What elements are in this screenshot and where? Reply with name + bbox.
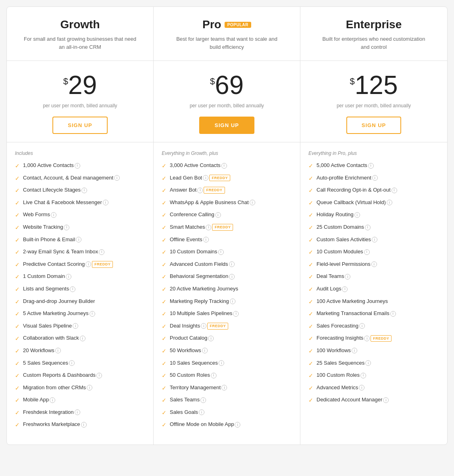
feature-text: 10 Multiple Sales Pipelinesi — [170, 310, 239, 317]
info-icon[interactable]: i — [85, 261, 91, 267]
info-icon[interactable]: i — [200, 397, 206, 403]
feature-text: 5,000 Active Contactsi — [317, 162, 374, 169]
info-icon[interactable]: i — [368, 163, 374, 169]
info-icon[interactable]: i — [233, 311, 239, 317]
info-icon[interactable]: i — [235, 422, 240, 428]
info-icon[interactable]: i — [103, 200, 108, 205]
info-icon[interactable]: i — [364, 249, 370, 255]
info-icon[interactable]: i — [64, 225, 69, 230]
feature-text: 50 Workflowsi — [170, 347, 208, 354]
info-icon[interactable]: i — [208, 336, 214, 341]
info-icon[interactable]: i — [221, 385, 227, 390]
info-icon[interactable]: i — [66, 274, 71, 280]
info-icon[interactable]: i — [81, 188, 87, 193]
info-icon[interactable]: i — [354, 212, 360, 218]
info-icon[interactable]: i — [372, 175, 378, 181]
check-icon: ✓ — [162, 335, 167, 343]
plan-desc-pro: Best for larger teams that want to scale… — [171, 35, 283, 51]
info-icon[interactable]: i — [201, 323, 206, 329]
info-icon[interactable]: i — [359, 385, 364, 390]
check-icon: ✓ — [162, 273, 167, 281]
feature-text: Sales Goalsi — [170, 409, 204, 416]
info-icon[interactable]: i — [360, 373, 366, 378]
feature-item: ✓50 Custom Rolesi — [162, 372, 292, 380]
feature-item: ✓5 Active Marketing Journeysi — [15, 310, 145, 318]
info-icon[interactable]: i — [76, 237, 81, 242]
check-icon: ✓ — [15, 162, 20, 170]
feature-item: ✓Predictive Contact ScoringiFREDDY — [15, 261, 145, 269]
info-icon[interactable]: i — [206, 225, 211, 230]
feature-item: ✓Forecasting InsightsiFREDDY — [308, 334, 439, 343]
info-icon[interactable]: i — [199, 409, 204, 415]
info-icon[interactable]: i — [203, 237, 209, 242]
info-icon[interactable]: i — [75, 409, 80, 415]
info-icon[interactable]: i — [372, 237, 377, 242]
info-icon[interactable]: i — [203, 175, 208, 181]
freddy-badge: FREDDY — [207, 323, 228, 330]
feature-text: WhatsApp & Apple Business Chati — [170, 199, 255, 206]
info-icon[interactable]: i — [114, 175, 120, 181]
features-label-growth: Includes — [15, 150, 145, 156]
info-icon[interactable]: i — [218, 249, 224, 255]
info-icon[interactable]: i — [70, 286, 75, 292]
price-period-pro: per user per month, billed annually — [163, 103, 290, 109]
info-icon[interactable]: i — [250, 200, 255, 205]
feature-text: 100 Active Marketing Journeys — [317, 298, 388, 305]
info-icon[interactable]: i — [387, 200, 392, 205]
info-icon[interactable]: i — [390, 311, 396, 317]
info-icon[interactable]: i — [202, 348, 208, 353]
plan-name-growth: Growth — [60, 18, 100, 31]
signup-button-enterprise[interactable]: SIGN UP — [346, 117, 401, 134]
info-icon[interactable]: i — [99, 249, 104, 255]
info-icon[interactable]: i — [51, 212, 56, 218]
info-icon[interactable]: i — [75, 163, 80, 169]
signup-button-pro[interactable]: SIGN UP — [199, 117, 254, 134]
info-icon[interactable]: i — [365, 225, 371, 230]
check-icon: ✓ — [308, 298, 313, 306]
check-icon: ✓ — [15, 409, 20, 417]
check-icon: ✓ — [15, 187, 20, 195]
freddy-badge: FREDDY — [92, 261, 113, 268]
info-icon[interactable]: i — [219, 360, 224, 366]
feature-item: ✓5 Sales Sequencesi — [15, 359, 145, 368]
info-icon[interactable]: i — [359, 323, 365, 329]
info-icon[interactable]: i — [392, 188, 397, 193]
info-icon[interactable]: i — [229, 261, 235, 267]
info-icon[interactable]: i — [73, 323, 78, 329]
feature-text: Live Chat & Facebook Messengeri — [23, 199, 108, 206]
info-icon[interactable]: i — [383, 397, 389, 403]
check-icon: ✓ — [308, 360, 313, 368]
feature-text: Conference Callingi — [170, 211, 221, 218]
info-icon[interactable]: i — [345, 274, 350, 280]
info-icon[interactable]: i — [215, 212, 221, 218]
info-icon[interactable]: i — [211, 373, 217, 378]
info-icon[interactable]: i — [364, 336, 370, 341]
check-icon: ✓ — [15, 384, 20, 392]
info-icon[interactable]: i — [371, 261, 377, 267]
feature-item: ✓Advanced Metricsi — [308, 384, 439, 392]
info-icon[interactable]: i — [230, 299, 235, 304]
info-icon[interactable]: i — [352, 348, 357, 353]
feature-text: Offline Eventsi — [170, 236, 209, 243]
info-icon[interactable]: i — [69, 360, 75, 366]
feature-text: Drag-and-drop Journey Builder — [23, 298, 95, 305]
info-icon[interactable]: i — [81, 422, 87, 428]
feature-item: ✓Lead Gen BotiFREDDY — [162, 174, 292, 183]
info-icon[interactable]: i — [55, 348, 61, 353]
info-icon[interactable]: i — [221, 163, 227, 169]
info-icon[interactable]: i — [197, 188, 203, 193]
freddy-badge: FREDDY — [204, 187, 225, 194]
info-icon[interactable]: i — [80, 336, 85, 341]
check-icon: ✓ — [308, 187, 313, 195]
info-icon[interactable]: i — [365, 360, 371, 366]
info-icon[interactable]: i — [90, 311, 95, 317]
info-icon[interactable]: i — [96, 373, 102, 378]
info-icon[interactable]: i — [342, 286, 348, 292]
info-icon[interactable]: i — [87, 385, 92, 390]
feature-item: ✓Dedicated Account Manageri — [308, 396, 439, 405]
signup-button-growth[interactable]: SIGN UP — [52, 117, 107, 134]
plan-header-growth: GrowthFor small and fast growing busines… — [7, 7, 153, 61]
info-icon[interactable]: i — [50, 397, 55, 403]
feature-text: Audit Logsi — [317, 285, 348, 292]
info-icon[interactable]: i — [229, 274, 235, 280]
